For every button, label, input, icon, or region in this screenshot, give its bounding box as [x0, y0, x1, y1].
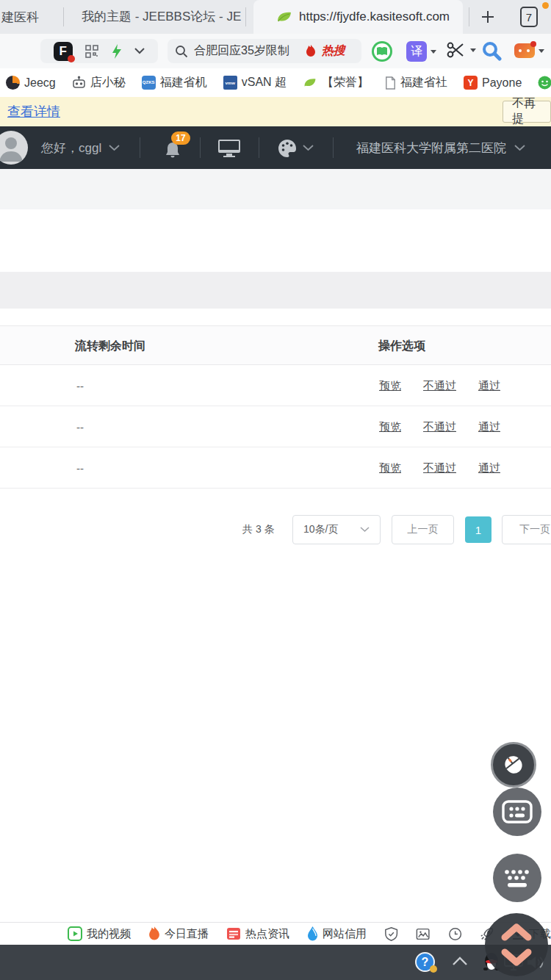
reject-link[interactable]: 不通过	[423, 379, 456, 393]
pagination-total: 共 3 条	[242, 515, 275, 544]
chevron-up-icon[interactable]	[452, 956, 468, 966]
item-label: 我的视频	[87, 927, 131, 941]
scroll-widget[interactable]	[485, 913, 548, 976]
search-box[interactable]: 合肥回应35岁限制 热搜	[168, 39, 361, 63]
avatar[interactable]	[0, 131, 28, 165]
user-greeting[interactable]: 您好，cggl	[41, 126, 101, 169]
translate-icon: 译	[406, 41, 427, 62]
reader-icon[interactable]	[371, 40, 393, 62]
image-icon[interactable]	[416, 926, 430, 942]
keyboard-button[interactable]	[493, 854, 541, 902]
bookmark-fujian-she[interactable]: 福建省社	[385, 75, 447, 90]
divider	[140, 137, 140, 158]
table-row: -- 预览 不通过 通过	[0, 406, 551, 447]
browser-tab-strip: 建医科 我的主题 - JEEBBS论坛 - JEE https://fjydfe…	[0, 0, 551, 34]
notification-dot	[542, 2, 549, 9]
jeecg-icon	[6, 76, 20, 90]
translate-glyph: 译	[411, 44, 422, 60]
bookmark-fujian-jg[interactable]: QZKS 福建省机	[142, 75, 207, 90]
page-icon	[385, 76, 396, 90]
tab-separator	[63, 7, 64, 26]
zoom-search-icon[interactable]	[481, 40, 502, 61]
lightning-icon[interactable]	[112, 44, 122, 59]
search-icon	[175, 45, 188, 58]
page-size-value: 10条/页	[303, 523, 338, 536]
approve-link[interactable]: 通过	[478, 379, 500, 393]
prev-page-button[interactable]: 上一页	[392, 515, 454, 544]
extension-group: F	[40, 39, 158, 63]
preview-link[interactable]: 预览	[379, 461, 401, 475]
bookmark-jeecg[interactable]: Jeecg	[6, 76, 56, 90]
preview-link[interactable]: 预览	[379, 379, 401, 393]
bookmark-label: Payone	[482, 76, 522, 90]
search-suggestion: 合肥回应35岁限制	[194, 43, 289, 59]
reject-link[interactable]: 不通过	[423, 461, 456, 475]
bookmark-payone[interactable]: Y Payone	[464, 76, 522, 90]
content-band-filter	[0, 272, 551, 309]
tab-active[interactable]: https://fjydfe.kasitesoft.com	[253, 0, 463, 34]
mouse-icon	[495, 746, 533, 784]
payone-icon: Y	[464, 76, 478, 90]
view-detail-link[interactable]: 查看详情	[7, 103, 60, 120]
new-tab-button[interactable]	[479, 8, 497, 26]
bookmark-label: 【荣誉】	[322, 75, 369, 90]
tab-jeebbs[interactable]: 我的主题 - JEEBBS论坛 - JEE	[76, 8, 242, 25]
preview-link[interactable]: 预览	[379, 420, 401, 434]
bookmarks-bar: Jeecg 店小秘 QZKS 福建省机 vmw vSAN 超 【荣誉】 福建省社…	[0, 68, 551, 97]
system-tray: ?	[0, 945, 551, 980]
hot-news-item[interactable]: 热点资讯	[226, 926, 289, 941]
translate-button[interactable]: 译	[406, 41, 436, 62]
chevron-down-icon[interactable]	[514, 145, 525, 151]
reject-link[interactable]: 不通过	[423, 420, 456, 434]
app-header: 您好，cggl 17 福建医科大学附属第二医院	[0, 126, 551, 169]
screen: 建医科 我的主题 - JEEBBS论坛 - JEE https://fjydfe…	[0, 0, 551, 980]
mouse-mode-button[interactable]	[491, 742, 536, 788]
item-label: 热点资讯	[245, 927, 289, 941]
next-label: 下一页	[519, 523, 550, 536]
numpad-button[interactable]	[493, 788, 541, 836]
approve-link[interactable]: 通过	[478, 420, 500, 434]
current-page-button[interactable]: 1	[465, 516, 491, 543]
shield-icon[interactable]	[384, 926, 398, 942]
alert-badge	[68, 55, 75, 62]
bookmark-damai[interactable]: Damai1	[538, 76, 551, 90]
qr-code-icon[interactable]	[85, 45, 98, 58]
bookmark-vsan[interactable]: vmw vSAN 超	[223, 75, 287, 90]
chevron-down-icon[interactable]	[109, 145, 120, 151]
browser-status-bar: 我的视频 今日直播 热点资讯 网站信用 下载	[0, 922, 551, 945]
f-extension-button[interactable]: F	[54, 42, 73, 61]
monitor-icon[interactable]	[217, 139, 241, 158]
history-icon[interactable]	[448, 926, 462, 942]
divider	[200, 137, 201, 158]
dismiss-button[interactable]: 不再提	[503, 101, 551, 123]
my-videos-item[interactable]: 我的视频	[68, 926, 131, 941]
bookmark-dianxiaomi[interactable]: 店小秘	[72, 75, 126, 90]
screenshot-button[interactable]	[445, 40, 476, 60]
page-size-select[interactable]: 10条/页	[292, 515, 381, 544]
caret-down-icon	[539, 49, 544, 53]
divider	[259, 137, 259, 158]
caret-down-icon	[470, 48, 476, 52]
flame-icon	[148, 926, 160, 941]
live-today-item[interactable]: 今日直播	[148, 926, 209, 941]
qzks-icon: QZKS	[142, 76, 156, 90]
chevron-down-icon[interactable]	[303, 145, 314, 151]
divider	[333, 137, 334, 158]
approve-link[interactable]: 通过	[478, 461, 500, 475]
leaf-icon	[303, 76, 317, 89]
chevron-down-icon[interactable]	[134, 48, 145, 54]
leaf-icon	[276, 10, 293, 24]
palette-icon[interactable]	[278, 139, 297, 157]
tab-count-button[interactable]: 7	[520, 7, 538, 27]
play-icon	[68, 926, 82, 941]
tab-separator	[469, 7, 469, 26]
column-header-remaining-time: 流转剩余时间	[75, 326, 145, 366]
org-selector[interactable]: 福建医科大学附属第二医院	[356, 126, 506, 169]
bookmark-rongyu[interactable]: 【荣誉】	[303, 75, 369, 90]
games-button[interactable]	[514, 43, 544, 58]
site-credit-item[interactable]: 网站信用	[307, 926, 367, 941]
next-page-button[interactable]: 下一页	[502, 515, 551, 544]
notice-bar: 查看详情 不再提	[0, 97, 551, 126]
tab-partial[interactable]: 建医科	[1, 9, 39, 26]
bookmark-label: vSAN 超	[242, 75, 287, 90]
